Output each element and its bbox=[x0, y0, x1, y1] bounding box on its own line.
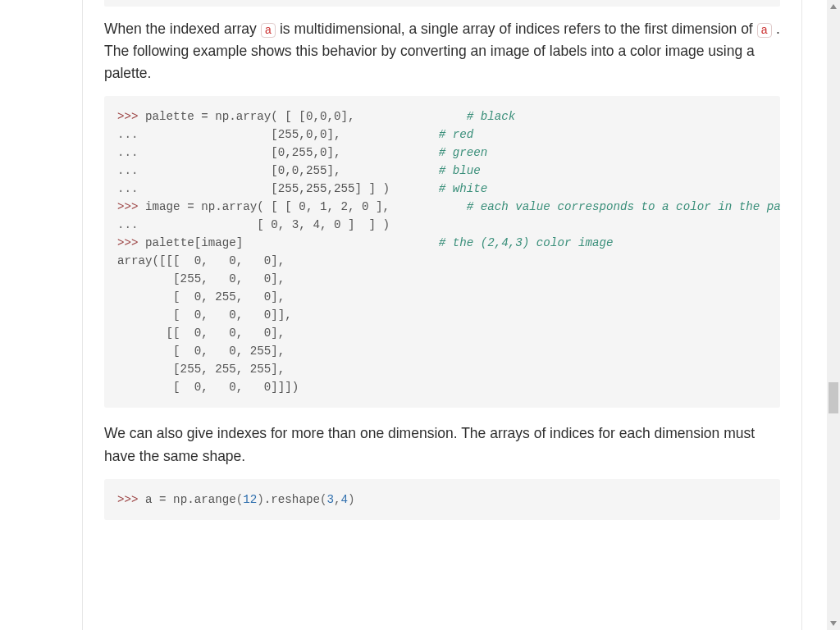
number: 12 bbox=[243, 493, 257, 506]
paragraph-intro: When the indexed array a is multidimensi… bbox=[104, 18, 780, 84]
paren: ) bbox=[257, 493, 264, 506]
code-text: [255,0,0], bbox=[271, 128, 438, 141]
code-output: [ 0, 0, 0]]]) bbox=[117, 381, 299, 394]
number: 4 bbox=[340, 493, 348, 506]
inline-code-a: a bbox=[757, 23, 772, 38]
code-output: [ 0, 255, 0], bbox=[117, 290, 285, 304]
code-output: [255, 255, 255], bbox=[117, 363, 285, 376]
code-comment: # green bbox=[439, 146, 488, 159]
continuation: ... bbox=[117, 146, 271, 159]
code-output: [[ 0, 0, 0], bbox=[117, 326, 285, 340]
svg-marker-1 bbox=[830, 621, 837, 626]
top-codeblock-slice bbox=[104, 0, 780, 7]
code-text: a = np.arange bbox=[145, 493, 236, 506]
continuation: ... bbox=[117, 218, 257, 231]
code-output: [ 0, 0, 255], bbox=[117, 345, 285, 358]
text-segment: is multidimensional, a single array of i… bbox=[280, 21, 757, 37]
inline-code-a: a bbox=[261, 23, 276, 38]
code-text: image = np.array( [ [ 0, 1, 2, 0 ], bbox=[145, 200, 467, 213]
continuation: ... bbox=[117, 164, 271, 177]
code-comment: # blue bbox=[439, 164, 481, 177]
code-comment: # the (2,4,3) color image bbox=[439, 236, 614, 249]
scrollbar-thumb[interactable] bbox=[829, 382, 838, 413]
code-output: array([[[ 0, 0, 0], bbox=[117, 254, 285, 267]
code-comment: # white bbox=[439, 182, 488, 195]
code-output: [ 0, 0, 0]], bbox=[117, 308, 292, 322]
prompt: >>> bbox=[117, 493, 145, 506]
paren: ( bbox=[236, 493, 244, 506]
scrollbar-up-arrow-icon[interactable] bbox=[827, 0, 840, 13]
code-text: .reshape bbox=[264, 493, 320, 506]
code-text: [255,255,255] ] ) bbox=[271, 182, 438, 195]
scrollbar[interactable] bbox=[827, 0, 840, 630]
prompt: >>> bbox=[117, 236, 145, 249]
code-block-arange: >>> a = np.arange(12).reshape(3,4) bbox=[104, 479, 780, 520]
code-text: [0,255,0], bbox=[271, 146, 438, 159]
code-comment: # red bbox=[439, 128, 474, 141]
code-text: palette = np.array( [ [0,0,0], bbox=[145, 110, 467, 123]
continuation: ... bbox=[117, 128, 271, 141]
paren: ) bbox=[348, 493, 355, 506]
paragraph-multidim: We can also give indexes for more than o… bbox=[104, 422, 780, 467]
code-text: palette[image] bbox=[145, 236, 439, 249]
scrollbar-down-arrow-icon[interactable] bbox=[827, 617, 840, 630]
number: 3 bbox=[326, 493, 334, 506]
article-column: When the indexed array a is multidimensi… bbox=[82, 0, 802, 630]
code-comment: # black bbox=[467, 110, 516, 123]
svg-marker-0 bbox=[830, 4, 837, 9]
continuation: ... bbox=[117, 182, 271, 195]
prompt: >>> bbox=[117, 200, 145, 213]
text-segment: When the indexed array bbox=[104, 21, 261, 37]
code-text: [0,0,255], bbox=[271, 164, 438, 177]
prompt: >>> bbox=[117, 110, 145, 123]
code-block-palette: >>> palette = np.array( [ [0,0,0], # bla… bbox=[104, 96, 780, 408]
code-comment: # each value corresponds to a color in t… bbox=[467, 200, 780, 213]
code-text: [ 0, 3, 4, 0 ] ] ) bbox=[257, 218, 390, 231]
code-output: [255, 0, 0], bbox=[117, 272, 285, 285]
